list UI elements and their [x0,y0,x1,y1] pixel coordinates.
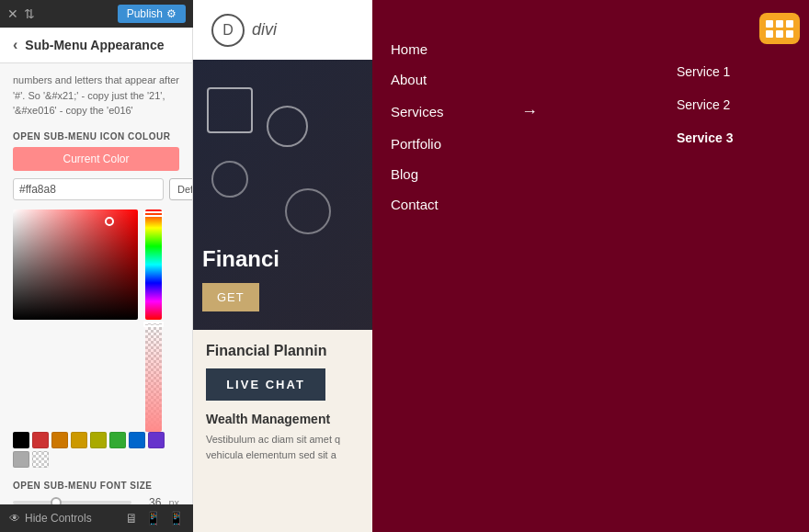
site-logo: D divi [211,14,277,47]
swatch-black[interactable] [13,432,29,448]
opacity-slider[interactable] [145,322,162,432]
opacity-thumb [143,322,164,327]
color-swatches [13,432,180,468]
sub-menu-panel: Service 1 Service 2 Service 3 [662,55,809,154]
color-input-row: Default [13,178,179,200]
nav-label-portfolio: Portfolio [391,136,441,152]
swatch-purple[interactable] [148,432,165,448]
shape-circle-2 [211,161,248,198]
toolbar-icons: ✕ ⇅ [7,6,35,21]
nav-label-home: Home [391,41,427,57]
hide-controls-label: Hide Controls [25,512,92,525]
color-hex-input[interactable] [13,178,164,200]
get-button[interactable]: GET [202,283,259,311]
panel-header: ‹ Sub-Menu Appearance [0,28,192,63]
left-panel: ‹ Sub-Menu Appearance numbers and letter… [0,28,193,532]
services-arrow-icon: → [521,102,538,121]
site-header: D divi [193,0,372,60]
font-size-track[interactable] [13,501,131,504]
logo-name: divi [252,20,277,40]
logo-letter: D [222,22,234,39]
wealth-text: Vestibulum ac diam sit amet q vehicula e… [206,432,359,462]
shape-circle-3 [285,188,331,234]
nav-item-blog[interactable]: Blog [391,159,538,189]
swatch-green[interactable] [109,432,126,448]
hamburger-dots [766,20,793,38]
color-picker [13,209,179,468]
nav-menu: Home About Services → Portfolio Blog Con… [372,32,556,229]
nav-item-about[interactable]: About [391,64,538,95]
dot-2 [776,20,783,28]
eye-icon: 👁 [9,512,20,525]
swatch-yellow[interactable] [90,432,107,448]
bottom-bar: 👁 Hide Controls 🖥 📱 📱 [0,504,193,532]
swatch-blue[interactable] [129,432,145,448]
nav-label-services: Services [391,104,444,119]
publish-button[interactable]: Publish ⚙ [118,5,186,23]
sub-menu-item-3[interactable]: Service 3 [662,121,809,154]
view-icons: 🖥 📱 📱 [125,511,184,526]
hero-content: Financi GET [202,246,279,311]
swatch-red[interactable] [32,432,49,448]
nav-item-portfolio[interactable]: Portfolio [391,129,538,159]
hue-slider[interactable] [145,209,162,320]
sort-icon[interactable]: ⇅ [24,6,35,21]
swatch-transparent[interactable] [32,451,49,468]
lower-title: Financial Plannin [206,343,359,359]
tablet-icon[interactable]: 📱 [145,511,161,526]
swatch-orange[interactable] [51,432,68,448]
color-spectrum[interactable] [13,209,138,320]
dot-3 [786,20,793,28]
panel-content: numbers and letters that appear after '#… [0,63,192,532]
live-chat-button[interactable]: LIVE CHAT [206,368,325,401]
swatch-yellow-orange[interactable] [71,432,87,448]
icon-color-label: OPEN SUB-MENU ICON COLOUR [13,131,179,141]
mobile-icon[interactable]: 📱 [168,511,184,526]
dot-5 [776,30,783,38]
top-toolbar: ✕ ⇅ Publish ⚙ [0,0,193,28]
hero-title: Financi [202,246,279,272]
desktop-icon[interactable]: 🖥 [125,511,138,526]
nav-overlay: Home About Services → Portfolio Blog Con… [372,0,809,532]
panel-note: numbers and letters that appear after '#… [13,73,179,119]
lower-section: Financial Plannin LIVE CHAT Wealth Manag… [193,330,372,532]
default-button[interactable]: Default [169,178,193,200]
hide-controls-button[interactable]: 👁 Hide Controls [9,512,92,525]
preview-area: D divi Home About Services → Portfolio B… [193,0,809,532]
dot-6 [786,30,793,38]
wealth-title: Wealth Management [206,412,359,426]
nav-item-home[interactable]: Home [391,41,538,64]
dot-4 [766,30,773,38]
panel-title: Sub-Menu Appearance [25,38,164,52]
shape-rect-1 [207,87,253,133]
hamburger-icon[interactable] [759,13,800,44]
font-size-label: OPEN SUB-MENU FONT SIZE [13,481,179,491]
swatch-gray[interactable] [13,451,29,468]
logo-circle: D [211,14,245,47]
nav-label-contact: Contact [391,197,439,212]
color-sliders [145,209,162,432]
hue-thumb [143,211,164,217]
dot-1 [766,20,773,28]
nav-label-about: About [391,72,427,87]
shape-circle-1 [267,106,308,147]
nav-item-services[interactable]: Services → [391,95,538,129]
gear-icon[interactable]: ⚙ [166,7,177,20]
nav-label-blog: Blog [391,166,418,182]
close-icon[interactable]: ✕ [7,6,18,21]
sub-menu-item-2[interactable]: Service 2 [662,88,809,121]
back-button[interactable]: ‹ [13,37,17,53]
publish-label: Publish [127,7,163,20]
current-color-button[interactable]: Current Color [13,147,179,171]
hero-image-area: Financi GET [193,60,372,330]
sub-menu-item-1[interactable]: Service 1 [662,55,809,88]
nav-item-contact[interactable]: Contact [391,189,538,220]
